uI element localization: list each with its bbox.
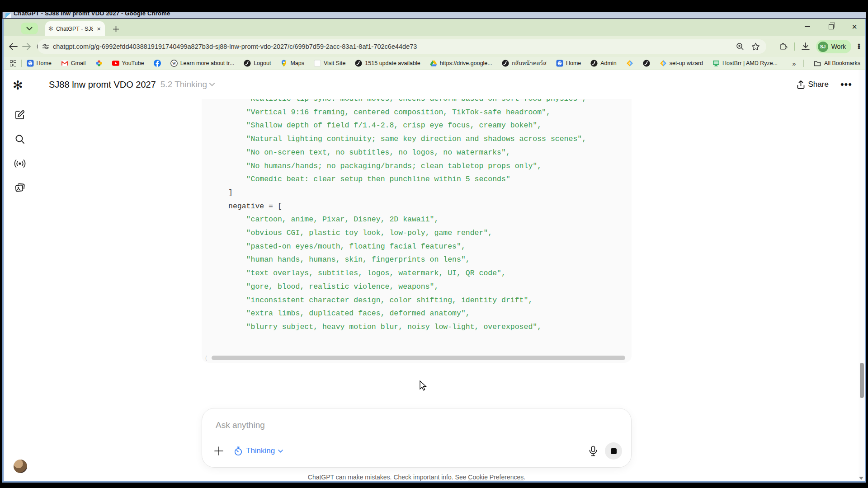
bookmark-item[interactable]: Home: [556, 60, 581, 67]
bookmarks-bar: HomeGmailYouTubeWLearn more about tr...L…: [4, 57, 865, 70]
chrome-menu-button[interactable]: •••: [858, 44, 860, 49]
bookmark-item[interactable]: Gmail: [61, 60, 86, 67]
bookmark-item[interactable]: YouTube: [112, 60, 144, 67]
chevron-down-icon: [209, 83, 215, 86]
drive-icon: [430, 60, 437, 67]
new-chat-button[interactable]: [11, 106, 28, 123]
new-tab-button[interactable]: [110, 23, 121, 34]
browser-tab-active[interactable]: ✻ ChatGPT - SJ88 lnw promt VDO ×: [45, 21, 105, 36]
browser-window: ✻ ChatGPT - SJ88 lnw promt VDO × ×: [2, 19, 866, 483]
forward-button[interactable]: [20, 40, 33, 53]
bookmark-item[interactable]: Visit Site: [314, 60, 345, 67]
mic-icon[interactable]: [589, 446, 598, 456]
url-bar[interactable]: chatgpt.com/g/g-6992efdd4038819191740499…: [38, 39, 766, 54]
code-line: "blurry subject, heavy motion blur, nois…: [228, 320, 632, 334]
bookmark-item[interactable]: WLearn more about tr...: [170, 60, 235, 67]
code-horizontal-scrollbar[interactable]: [212, 356, 625, 360]
disclaimer-footer: ChatGPT can make mistakes. Check importa…: [202, 474, 632, 481]
bookmark-item[interactable]: [643, 60, 650, 67]
bookmark-item[interactable]: Home: [27, 60, 52, 67]
cookie-preferences-link[interactable]: Cookie Preferences: [468, 474, 524, 481]
compose-icon: [14, 109, 25, 120]
gmail-icon: [61, 60, 68, 67]
bookmark-label: set-up wizard: [670, 60, 703, 66]
chatgpt-logo-icon[interactable]: ✻: [13, 78, 23, 93]
bookmark-item[interactable]: https://drive.google...: [430, 60, 492, 67]
back-icon: [9, 43, 18, 50]
bookmark-label: กลับหน้าคอร์ส: [512, 59, 547, 68]
bookmark-item[interactable]: HostBrr | AMD Ryze...: [712, 60, 778, 67]
url-text: chatgpt.com/g/g-6992efdd4038819191740499…: [53, 43, 736, 50]
bookmark-label: Logout: [254, 60, 271, 66]
tab-strip: ✻ ChatGPT - SJ88 lnw promt VDO × ×: [4, 19, 865, 36]
thinking-mode-selector[interactable]: Thinking: [234, 446, 283, 456]
site-settings-icon: [42, 43, 49, 50]
code-line: "Vertical 9:16 framing, centered composi…: [228, 106, 632, 119]
bookmark-label: YouTube: [122, 60, 144, 66]
restore-icon: [829, 24, 834, 29]
bookmark-star-icon[interactable]: [751, 42, 760, 51]
tab-close-icon[interactable]: ×: [96, 25, 102, 32]
bookmark-item[interactable]: [154, 60, 161, 67]
chevron-down-icon: [278, 450, 283, 453]
globe-icon: [502, 60, 509, 67]
all-bookmarks-button[interactable]: All Bookmarks: [814, 60, 860, 67]
close-button[interactable]: ×: [849, 22, 859, 32]
close-icon: ×: [852, 22, 857, 31]
restore-button[interactable]: [826, 22, 836, 32]
search-button[interactable]: [11, 131, 28, 148]
stop-generating-button[interactable]: [605, 442, 622, 460]
bookmark-item[interactable]: 1515 update available: [355, 60, 420, 67]
bookmarks-overflow-chevron[interactable]: »: [792, 60, 796, 67]
user-avatar[interactable]: [14, 460, 27, 473]
code-line: ]: [228, 186, 632, 200]
profile-name: Work: [831, 43, 846, 50]
composer-placeholder[interactable]: Ask anything: [216, 420, 265, 430]
stopwatch-icon: [234, 446, 243, 456]
youtube-icon: [112, 60, 119, 67]
conversation-title[interactable]: SJ88 lnw promt VDO 2027: [49, 80, 156, 90]
message-composer[interactable]: Ask anything Thinking: [202, 408, 632, 468]
globe-icon: [244, 60, 251, 67]
chevron-down-icon: [26, 27, 33, 31]
zoom-icon[interactable]: [736, 42, 744, 51]
scrollbar-down-arrow[interactable]: [859, 477, 863, 480]
library-button[interactable]: [11, 179, 28, 197]
bookmark-item[interactable]: กลับหน้าคอร์ส: [502, 59, 547, 68]
minimize-button[interactable]: [802, 22, 812, 32]
window-controls: ×: [802, 22, 859, 32]
back-button[interactable]: [6, 40, 20, 53]
bookmark-label: Learn more about tr...: [180, 60, 235, 66]
screen: ChatGPT - SJ88 lnw promt VDO 2027 - Goog…: [0, 0, 868, 488]
bookmark-item[interactable]: Maps: [280, 60, 304, 67]
conversation-menu-button[interactable]: •••: [840, 79, 852, 90]
attach-plus-icon[interactable]: [214, 446, 224, 456]
download-icon[interactable]: [802, 42, 810, 51]
bookmark-item[interactable]: set-up wizard: [660, 60, 703, 67]
code-line: "human hands, humans, skin, fingerprints…: [228, 253, 632, 267]
os-window-titlebar[interactable]: ChatGPT - SJ88 lnw promt VDO 2027 - Goog…: [2, 12, 866, 19]
bookmark-item[interactable]: Admin: [590, 60, 616, 67]
bookmark-item[interactable]: [95, 60, 103, 67]
scrollbar-thumb[interactable]: [860, 363, 864, 398]
bookmarks-list: HomeGmailYouTubeWLearn more about tr...L…: [27, 59, 793, 68]
page-vertical-scrollbar[interactable]: [859, 70, 865, 481]
share-button[interactable]: Share: [797, 80, 829, 89]
model-selector[interactable]: 5.2 Thinking: [160, 80, 215, 89]
bookmark-item[interactable]: Logout: [244, 60, 271, 67]
voice-button[interactable]: [11, 155, 28, 172]
forward-icon: [22, 43, 31, 50]
bookmark-label: Admin: [600, 60, 616, 66]
code-line: "gore, blood, realistic violence, weapon…: [228, 280, 632, 294]
code-line: negative = [: [228, 200, 632, 213]
extensions-icon[interactable]: [779, 42, 788, 51]
apps-grid-icon[interactable]: [10, 60, 17, 67]
bookmarks-divider: [21, 60, 22, 67]
blueapp-icon: [556, 60, 563, 67]
profile-chip[interactable]: SJ Work: [816, 40, 851, 53]
bookmark-label: HostBrr | AMD Ryze...: [722, 60, 778, 66]
tab-search-button[interactable]: [21, 23, 38, 34]
toolbar-divider: [794, 42, 795, 51]
bookmark-item[interactable]: [626, 60, 633, 67]
blank-icon: [314, 60, 321, 67]
